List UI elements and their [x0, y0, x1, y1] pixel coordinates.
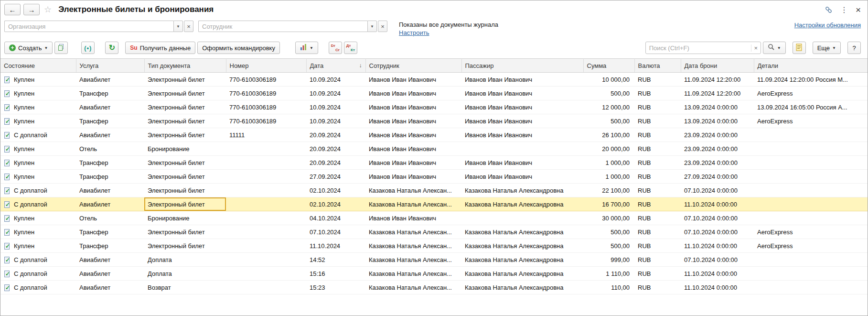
cell-number[interactable]: 770-6100306189: [226, 114, 306, 128]
cell-employee[interactable]: Иванов Иван Иванович: [365, 211, 461, 225]
cell-currency[interactable]: RUB: [634, 87, 681, 100]
cell-doc-type[interactable]: Электронный билет: [144, 87, 226, 100]
cell-doc-type[interactable]: Электронный билет: [144, 128, 226, 142]
search-input[interactable]: [646, 44, 751, 52]
cell-details[interactable]: [754, 128, 868, 142]
update-settings-link[interactable]: Настройки обновления: [794, 21, 861, 29]
cell-date[interactable]: 20.09.2024: [306, 142, 365, 156]
cell-employee[interactable]: Казакова Наталья Алексан...: [365, 225, 461, 239]
cell-state[interactable]: Куплен: [0, 114, 76, 128]
cell-state[interactable]: Куплен: [0, 225, 76, 239]
cell-doc-type[interactable]: Бронирование: [144, 142, 226, 156]
copy-document-button[interactable]: [54, 42, 68, 54]
cell-amount[interactable]: 22 100,00: [583, 184, 634, 197]
business-trip-button[interactable]: Оформить командировку: [197, 42, 280, 54]
cell-details[interactable]: [754, 253, 868, 267]
cell-currency[interactable]: RUB: [634, 267, 681, 281]
cell-booking-date[interactable]: 13.09.2024 0:00:00: [681, 114, 754, 128]
cell-employee[interactable]: Иванов Иван Иванович: [365, 114, 461, 128]
cell-amount[interactable]: 30 000,00: [583, 211, 634, 225]
set-period-button[interactable]: (•): [81, 42, 95, 54]
cell-booking-date[interactable]: 27.09.2024 0:00:00: [681, 170, 754, 184]
help-button[interactable]: ?: [847, 42, 861, 54]
cell-passenger[interactable]: Казакова Наталья Александровна: [461, 253, 583, 267]
column-header-passenger[interactable]: Пассажир: [461, 59, 583, 73]
cell-state[interactable]: Куплен: [0, 239, 76, 253]
table-row[interactable]: Куплен Трансфер Электронный билет 770-61…: [0, 114, 868, 128]
cell-service[interactable]: Отель: [76, 211, 144, 225]
cell-doc-type[interactable]: Электронный билет: [144, 100, 226, 114]
cell-employee[interactable]: Казакова Наталья Алексан...: [365, 184, 461, 197]
cell-service[interactable]: Трансфер: [76, 239, 144, 253]
cell-service[interactable]: Отель: [76, 142, 144, 156]
cell-amount[interactable]: 1 000,00: [583, 170, 634, 184]
column-header-number[interactable]: Номер: [226, 59, 306, 73]
cell-booking-date[interactable]: 07.10.2024 0:00:00: [681, 211, 754, 225]
cell-date[interactable]: 10.09.2024: [306, 114, 365, 128]
cell-date[interactable]: 27.09.2024: [306, 170, 365, 184]
cell-amount[interactable]: 500,00: [583, 239, 634, 253]
cell-number[interactable]: [226, 197, 306, 211]
cell-amount[interactable]: 20 000,00: [583, 142, 634, 156]
cell-doc-type[interactable]: Бронирование: [144, 211, 226, 225]
column-header-currency[interactable]: Валюта: [634, 59, 681, 73]
cell-state[interactable]: Куплен: [0, 87, 76, 100]
cell-number[interactable]: [226, 211, 306, 225]
cell-number[interactable]: [226, 170, 306, 184]
drcr-button[interactable]: Dr Cr: [329, 42, 342, 54]
cell-doc-type[interactable]: Электронный билет: [144, 170, 226, 184]
cell-passenger[interactable]: Казакова Наталья Александровна: [461, 267, 583, 281]
cell-date[interactable]: 10.09.2024: [306, 87, 365, 100]
cell-state[interactable]: С доплатой: [0, 128, 76, 142]
cell-date[interactable]: 14:52: [306, 253, 365, 267]
cell-details[interactable]: AeroExpress: [754, 87, 868, 100]
cell-state[interactable]: С доплатой: [0, 281, 76, 294]
cell-service[interactable]: Авиабилет: [76, 184, 144, 197]
dtkt-button[interactable]: Дт Кт: [344, 42, 357, 54]
table-row[interactable]: Куплен Авиабилет Электронный билет 770-6…: [0, 73, 868, 87]
cell-amount[interactable]: 16 700,00: [583, 197, 634, 211]
cell-details[interactable]: [754, 267, 868, 281]
cell-date[interactable]: 02.10.2024: [306, 197, 365, 211]
cell-currency[interactable]: RUB: [634, 170, 681, 184]
table-row[interactable]: Куплен Трансфер Электронный билет 20.09.…: [0, 156, 868, 170]
table-row[interactable]: С доплатой Авиабилет Возврат 15:23 Казак…: [0, 281, 868, 294]
cell-date[interactable]: 15:23: [306, 281, 365, 294]
cell-date[interactable]: 04.10.2024: [306, 211, 365, 225]
cell-currency[interactable]: RUB: [634, 281, 681, 294]
column-header-details[interactable]: Детали: [754, 59, 868, 73]
more-menu-icon[interactable]: ⋮: [840, 5, 848, 14]
cell-service[interactable]: Трансфер: [76, 87, 144, 100]
cell-employee[interactable]: Иванов Иван Иванович: [365, 170, 461, 184]
cell-doc-type[interactable]: Электронный билет: [144, 225, 226, 239]
cell-doc-type[interactable]: Электронный билет: [144, 73, 226, 87]
cell-amount[interactable]: 500,00: [583, 225, 634, 239]
cell-passenger[interactable]: Иванов Иван Иванович: [461, 128, 583, 142]
cell-details[interactable]: [754, 184, 868, 197]
cell-passenger[interactable]: Казакова Наталья Александровна: [461, 225, 583, 239]
cell-number[interactable]: 770-6100306189: [226, 73, 306, 87]
cell-service[interactable]: Авиабилет: [76, 73, 144, 87]
cell-service[interactable]: Трансфер: [76, 225, 144, 239]
cell-employee[interactable]: Иванов Иван Иванович: [365, 100, 461, 114]
cell-employee[interactable]: Казакова Наталья Алексан...: [365, 281, 461, 294]
cell-employee[interactable]: Казакова Наталья Алексан...: [365, 239, 461, 253]
search-button[interactable]: ▼: [763, 42, 786, 54]
cell-number[interactable]: 770-6100306189: [226, 100, 306, 114]
cell-employee[interactable]: Иванов Иван Иванович: [365, 87, 461, 100]
cell-booking-date[interactable]: 07.10.2024 0:00:00: [681, 253, 754, 267]
cell-booking-date[interactable]: 23.09.2024 0:00:00: [681, 156, 754, 170]
cell-amount[interactable]: 500,00: [583, 114, 634, 128]
cell-service[interactable]: Трансфер: [76, 170, 144, 184]
cell-amount[interactable]: 10 000,00: [583, 73, 634, 87]
employee-input[interactable]: [198, 21, 367, 32]
cell-booking-date[interactable]: 11.09.2024 12:20:00: [681, 87, 754, 100]
employee-clear-button[interactable]: ×: [378, 21, 387, 32]
cell-passenger[interactable]: Иванов Иван Иванович: [461, 156, 583, 170]
cell-currency[interactable]: RUB: [634, 184, 681, 197]
cell-currency[interactable]: RUB: [634, 239, 681, 253]
cell-amount[interactable]: 1 110,00: [583, 267, 634, 281]
cell-amount[interactable]: 110,00: [583, 281, 634, 294]
table-row[interactable]: С доплатой Авиабилет Доплата 14:52 Казак…: [0, 253, 868, 267]
cell-details[interactable]: [754, 142, 868, 156]
